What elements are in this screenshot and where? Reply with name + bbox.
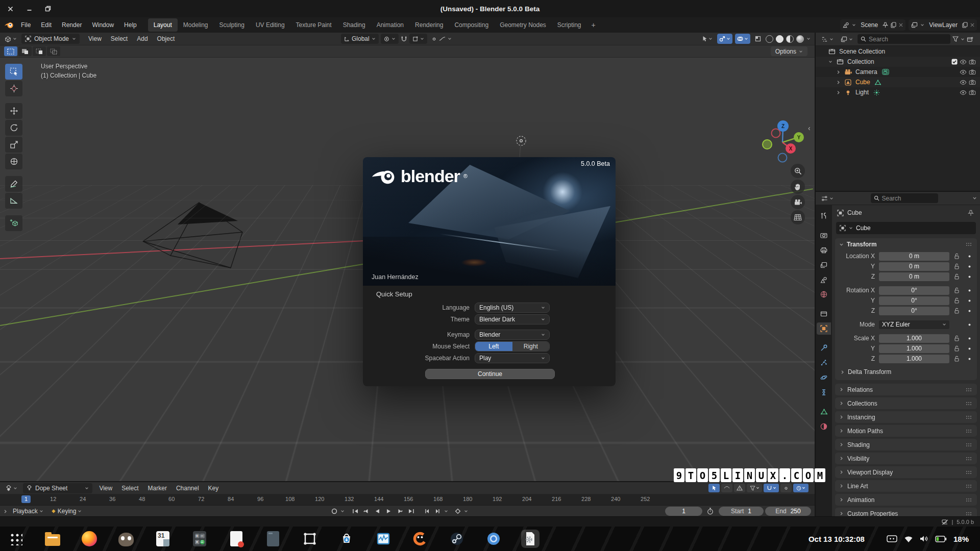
- value-field[interactable]: 1.000: [879, 344, 949, 353]
- keyframe-type-button[interactable]: [453, 507, 462, 516]
- properties-tab-physics[interactable]: [817, 371, 831, 384]
- gizmos-toggle[interactable]: [717, 34, 732, 44]
- workspace-tab-geometry-nodes[interactable]: Geometry Nodes: [494, 18, 552, 32]
- value-field[interactable]: 0°: [879, 307, 949, 315]
- zoom-button[interactable]: [791, 164, 805, 178]
- select-mode-subtract-button[interactable]: [33, 46, 46, 56]
- workspace-tab-compositing[interactable]: Compositing: [449, 18, 494, 32]
- taskbar-steam-icon[interactable]: [448, 530, 466, 548]
- tool-transform[interactable]: [5, 154, 22, 169]
- jump-to-end-button[interactable]: [406, 507, 416, 516]
- section-relations[interactable]: Relations: [835, 384, 977, 395]
- animate-dot-icon[interactable]: [964, 309, 975, 313]
- lock-icon[interactable]: [951, 356, 962, 362]
- mode-dropdown[interactable]: Object Mode: [21, 34, 80, 44]
- eye-toggle-icon[interactable]: [960, 90, 967, 95]
- next-frame-button[interactable]: [433, 507, 443, 516]
- menu-render[interactable]: Render: [57, 19, 87, 31]
- tool-measure[interactable]: [5, 193, 22, 209]
- unlink-scene-icon[interactable]: [899, 23, 903, 27]
- camera-toggle-icon[interactable]: [969, 59, 976, 65]
- lock-icon[interactable]: [951, 308, 962, 314]
- keying-dropdown[interactable]: Keying: [48, 506, 85, 516]
- keyboard-indicator-icon[interactable]: [887, 535, 897, 542]
- tool-cursor[interactable]: [5, 81, 22, 96]
- menu-window[interactable]: Window: [87, 19, 119, 31]
- delta-transform-section[interactable]: Delta Transform: [835, 367, 977, 377]
- outliner-row-light[interactable]: Light: [816, 87, 980, 97]
- lock-icon[interactable]: [951, 273, 962, 280]
- selectability-dropdown[interactable]: [700, 34, 715, 44]
- select-mode-extend-button[interactable]: [18, 46, 32, 56]
- sidebar-collapse-arrow[interactable]: ‹: [808, 124, 811, 132]
- tool-select-box[interactable]: [5, 64, 22, 80]
- properties-tab-modifiers[interactable]: [817, 342, 831, 354]
- taskbar-calendar-icon[interactable]: 31: [154, 530, 172, 548]
- clock[interactable]: Oct 13 10:32:08: [808, 535, 865, 543]
- outliner-row-collection[interactable]: Collection: [816, 57, 980, 67]
- taskbar-firefox-icon[interactable]: [80, 530, 99, 548]
- tool-add-cube[interactable]: [5, 215, 22, 231]
- menu-edit[interactable]: Edit: [36, 19, 57, 31]
- eye-toggle-icon[interactable]: [960, 59, 967, 65]
- section-animation[interactable]: Animation: [835, 494, 977, 506]
- timeline-ruler[interactable]: 1122436486072849610812013214415616818019…: [0, 494, 815, 506]
- play-reverse-button[interactable]: [373, 507, 382, 516]
- orientation-dropdown[interactable]: Global: [341, 34, 379, 44]
- section-motion-paths[interactable]: Motion Paths: [835, 425, 977, 437]
- taskbar-app-grid-icon[interactable]: [7, 530, 25, 548]
- value-field[interactable]: 1.000: [879, 334, 949, 343]
- previous-frame-button[interactable]: [422, 507, 431, 516]
- eye-toggle-icon[interactable]: [960, 69, 967, 75]
- lock-icon[interactable]: [951, 335, 962, 342]
- section-collections[interactable]: Collections: [835, 397, 977, 409]
- taskbar-settings-icon[interactable]: [521, 530, 540, 548]
- lock-icon[interactable]: [951, 297, 962, 304]
- viewport-menu-add[interactable]: Add: [132, 33, 152, 44]
- end-frame-field[interactable]: End250: [765, 507, 811, 516]
- properties-tab-data[interactable]: [817, 406, 831, 418]
- battery-icon[interactable]: [935, 536, 947, 542]
- timeline-menu-view[interactable]: View: [94, 483, 117, 493]
- properties-tab-object[interactable]: [817, 322, 831, 335]
- workspace-tab-shading[interactable]: Shading: [337, 18, 371, 32]
- camera-view-button[interactable]: [791, 195, 805, 209]
- transform-panel-header[interactable]: Transform: [835, 238, 977, 251]
- taskbar-software-icon[interactable]: [337, 530, 356, 548]
- tool-scale[interactable]: [5, 137, 22, 153]
- properties-tab-view-layer[interactable]: [817, 259, 831, 271]
- outliner-row-camera[interactable]: Camera: [816, 67, 980, 77]
- value-field[interactable]: 0°: [879, 296, 949, 305]
- eye-toggle-icon[interactable]: [960, 80, 967, 85]
- auto-keyframe-button[interactable]: [329, 507, 339, 516]
- outliner-row-scene-collection[interactable]: Scene Collection: [816, 46, 980, 57]
- workspace-tab-modeling[interactable]: Modeling: [178, 18, 214, 32]
- animate-dot-icon[interactable]: [964, 265, 975, 268]
- pin-id-icon[interactable]: [968, 210, 974, 216]
- filters-dropdown[interactable]: [747, 484, 762, 492]
- properties-tab-world[interactable]: [817, 288, 831, 300]
- animate-dot-icon[interactable]: [964, 347, 975, 350]
- outliner-row-cube[interactable]: Cube: [816, 77, 980, 87]
- shading-material-button[interactable]: [786, 35, 794, 43]
- scene-selector[interactable]: Scene: [840, 19, 905, 31]
- value-field[interactable]: 0°: [879, 286, 949, 295]
- section-viewport-display[interactable]: Viewport Display: [835, 466, 977, 478]
- panel-grip-icon[interactable]: [966, 241, 973, 248]
- camera-toggle-icon[interactable]: [969, 69, 976, 75]
- snapping-dropdown[interactable]: [764, 484, 779, 492]
- mouse-select-right-button[interactable]: Right: [512, 342, 550, 351]
- select-mode-intersect-button[interactable]: [47, 46, 60, 56]
- pivot-dropdown[interactable]: [381, 34, 399, 44]
- workspace-tab-scripting[interactable]: Scripting: [552, 18, 587, 32]
- properties-tab-collection[interactable]: [817, 308, 831, 320]
- editor-type-button[interactable]: [2, 34, 19, 44]
- taskbar-boxes-icon[interactable]: [301, 530, 319, 548]
- workspace-tab-uv-editing[interactable]: UV Editing: [250, 18, 290, 32]
- lock-icon[interactable]: [951, 253, 962, 260]
- properties-tab-particles[interactable]: [817, 357, 831, 369]
- camera-toggle-icon[interactable]: [969, 79, 976, 85]
- spacebar-action-dropdown[interactable]: Play: [475, 353, 550, 363]
- outliner-search-input[interactable]: Search: [857, 34, 950, 44]
- wifi-icon[interactable]: [904, 535, 913, 543]
